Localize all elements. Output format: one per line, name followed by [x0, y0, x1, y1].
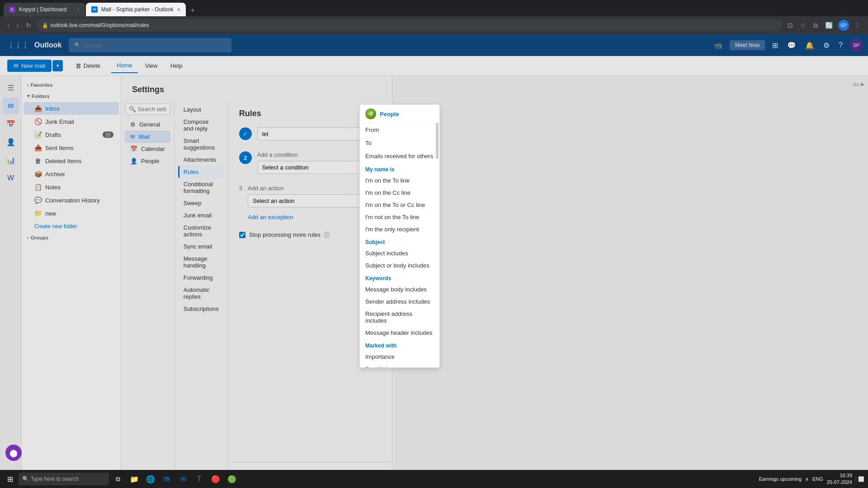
- scrollbar-thumb[interactable]: [436, 123, 439, 159]
- refresh-button[interactable]: ↻: [24, 20, 33, 31]
- taskbar-edge[interactable]: 🌐: [143, 472, 158, 486]
- purple-floating-button[interactable]: ⬤: [5, 445, 22, 461]
- taskbar-task-view[interactable]: ⧉: [111, 472, 125, 486]
- dropdown-item-emails-received[interactable]: Emails received for others: [360, 150, 439, 163]
- taskbar-store[interactable]: 🛍: [160, 472, 174, 486]
- dropdown-item-msg-body[interactable]: Message body includes: [360, 283, 439, 296]
- browser-titlebar: K Kopyst | Dashboard ✕ ✉ Mail - Sophia p…: [0, 0, 868, 16]
- browser-tab-2[interactable]: ✉ Mail - Sophia parker - Outlook ✕: [86, 3, 186, 16]
- new-tab-button[interactable]: +: [187, 5, 198, 16]
- explorer-icon: 📁: [130, 475, 139, 483]
- dropdown-item-only-recipient[interactable]: I'm the only recipient: [360, 223, 439, 235]
- browser-menu-icon[interactable]: ⋮: [853, 20, 863, 31]
- tab2-favicon: ✉: [91, 6, 98, 13]
- mail-taskbar-icon: ✉: [180, 475, 186, 483]
- dropdown-item-from[interactable]: From: [360, 123, 439, 136]
- cast-icon[interactable]: ⊡: [786, 20, 795, 31]
- tab1-close[interactable]: ✕: [76, 7, 80, 12]
- dropdown-category-subject: Subject: [360, 235, 439, 247]
- dropdown-item-recipient-addr[interactable]: Recipient address includes: [360, 308, 439, 327]
- task-view-icon: ⧉: [116, 475, 120, 483]
- taskbar-mail[interactable]: ✉: [176, 472, 190, 486]
- browser-addressbar: ‹ › ↻ 🔒 outlook.live.com/mail/0/options/…: [0, 16, 868, 34]
- store-icon: 🛍: [163, 475, 170, 483]
- taskbar-search-label: Type here to search: [31, 476, 79, 482]
- dropdown-header: ↺ People: [360, 105, 439, 123]
- taskbar-teams[interactable]: T: [192, 472, 207, 486]
- profile-sync-icon[interactable]: 🔄: [823, 20, 835, 31]
- url-text: outlook.live.com/mail/0/options/mail/rul…: [50, 22, 149, 28]
- taskbar-explorer[interactable]: 📁: [127, 472, 142, 486]
- earnings-notification: Earnings upcoming: [759, 476, 802, 482]
- dropdown-category-keywords: Keywords: [360, 272, 439, 283]
- dropdown-item-subject-body[interactable]: Subject or body includes: [360, 259, 439, 272]
- dropdown-title: People: [380, 111, 399, 117]
- tab2-close[interactable]: ✕: [177, 7, 180, 12]
- dropdown-item-to[interactable]: To: [360, 136, 439, 150]
- taskbar-date-text: 25-07-2024: [827, 479, 852, 486]
- browser-tabs: K Kopyst | Dashboard ✕ ✉ Mail - Sophia p…: [4, 0, 198, 16]
- taskbar-notifications-area: Earnings upcoming: [759, 476, 802, 482]
- browser-action-buttons: ⊡ ☆ ⧉ 🔄 SP ⋮: [786, 20, 863, 31]
- dropdown-item-on-to-line[interactable]: I'm on the To line: [360, 174, 439, 187]
- start-button[interactable]: ⊞: [4, 473, 17, 485]
- taskbar-clock: 16:39 25-07-2024: [827, 472, 852, 486]
- dropdown-item-msg-header[interactable]: Message header includes: [360, 327, 439, 339]
- forward-button[interactable]: ›: [15, 20, 21, 31]
- edge-icon: 🌐: [146, 475, 155, 483]
- dropdown-scroll[interactable]: From To Emails received for others My na…: [360, 123, 439, 367]
- url-bar[interactable]: 🔒 outlook.live.com/mail/0/options/mail/r…: [37, 19, 782, 32]
- dropdown-refresh-icon[interactable]: ↺: [365, 108, 376, 119]
- tab1-favicon: K: [9, 6, 15, 13]
- taskbar-time-text: 16:39: [827, 472, 852, 479]
- tab2-title: Mail - Sophia parker - Outlook: [101, 6, 173, 13]
- dropdown-item-sensitivity[interactable]: Sensitivity: [360, 363, 439, 367]
- taskbar-lang: ENG: [812, 476, 823, 482]
- browser-profile[interactable]: SP: [838, 20, 849, 31]
- taskbar-search-icon: 🔍: [22, 476, 29, 482]
- taskbar-chrome[interactable]: 🔴: [208, 472, 223, 486]
- back-button[interactable]: ‹: [5, 20, 11, 31]
- dropdown-category-myname: My name is: [360, 163, 439, 174]
- tab1-title: Kopyst | Dashboard: [19, 6, 66, 13]
- dropdown-item-sender-addr[interactable]: Sender address includes: [360, 296, 439, 308]
- extensions-icon[interactable]: ⧉: [811, 20, 820, 31]
- teams-icon: T: [197, 475, 202, 483]
- dropdown-category-marked: Marked with: [360, 339, 439, 351]
- show-desktop-icon[interactable]: ⬜: [856, 476, 864, 482]
- taskbar: ⊞ 🔍 Type here to search ⧉ 📁 🌐 🛍 ✉ T 🔴 🟢 …: [0, 470, 868, 488]
- bookmark-icon[interactable]: ☆: [798, 20, 808, 31]
- dropdown-item-on-to-or-cc[interactable]: I'm on the To or Cc line: [360, 199, 439, 211]
- taskbar-right: Earnings upcoming ∧ ENG 16:39 25-07-2024…: [759, 472, 864, 486]
- show-hidden-icons[interactable]: ∧: [805, 476, 809, 482]
- browser-tab-1[interactable]: K Kopyst | Dashboard ✕: [4, 3, 85, 16]
- dropdown-container: ↺ People From To Emails received for oth…: [360, 105, 439, 367]
- dropdown-item-on-cc-line[interactable]: I'm on the Cc line: [360, 187, 439, 199]
- dropdown-item-not-on-to[interactable]: I'm not on the To line: [360, 211, 439, 223]
- chrome-icon: 🔴: [211, 475, 220, 483]
- chrome2-icon: 🟢: [227, 475, 236, 483]
- taskbar-search[interactable]: 🔍 Type here to search: [19, 473, 109, 485]
- dropdown-item-subject-includes[interactable]: Subject includes: [360, 247, 439, 259]
- people-dropdown: ↺ People From To Emails received for oth…: [359, 104, 440, 368]
- dropdown-item-importance[interactable]: Importance: [360, 351, 439, 363]
- taskbar-chrome2[interactable]: 🟢: [225, 472, 239, 486]
